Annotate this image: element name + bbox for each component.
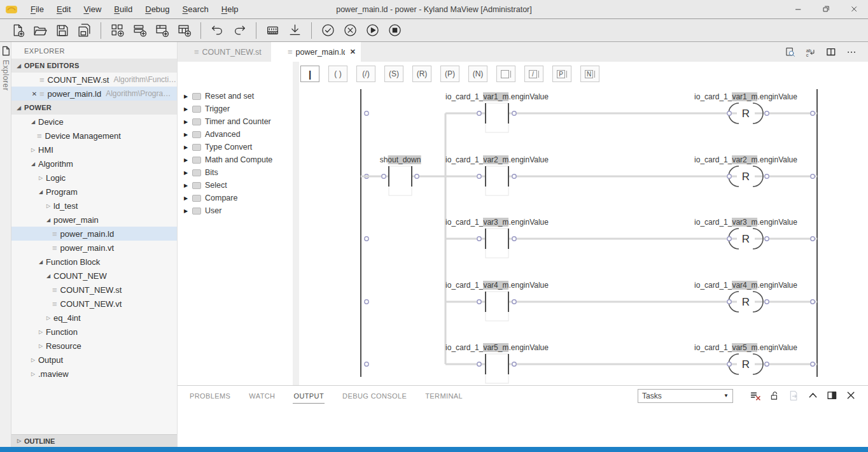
connection-point[interactable] [477,237,481,241]
ladder-tool-p[interactable]: P [552,66,571,82]
toolbox-item-math-and-compute[interactable]: ▶Math and Compute [178,153,293,166]
panel-tab-terminal[interactable]: TERMINAL [424,388,463,403]
chevron-expanded-icon[interactable]: ◢ [28,161,38,167]
toolbox-item-select[interactable]: ▶Select [178,179,293,192]
connection-point[interactable] [365,300,368,304]
tree-item-function-block[interactable]: ◢Function Block [11,255,177,269]
chevron-expanded-icon[interactable]: ◢ [43,217,53,223]
chevron-collapsed-icon[interactable]: ▷ [36,175,46,181]
chevron-collapsed-icon[interactable]: ▷ [36,343,46,349]
connection-point[interactable] [512,237,516,241]
tree-item-power-main-vt[interactable]: ≡power_main.vt [11,241,177,255]
tree-item-hmi[interactable]: ▷HMI [11,143,177,157]
connection-point[interactable] [811,300,815,304]
menu-file[interactable]: File [24,2,50,17]
clear-output-button[interactable] [746,390,765,402]
cancel-circle-button[interactable] [339,21,361,40]
connection-point[interactable] [365,362,368,366]
connection-point[interactable] [512,362,516,366]
connection-point[interactable] [727,237,731,241]
ladder-tool-()[interactable]: ( ) [328,66,347,82]
close-icon[interactable]: ✕ [350,48,356,56]
toggle-panel-layout-button[interactable] [822,390,841,402]
ladder-tool-box[interactable] [496,66,515,82]
panel-tab-debug-console[interactable]: DEBUG CONSOLE [342,388,407,403]
ladder-tool-(p)[interactable]: (P) [440,66,459,82]
activity-bar-label[interactable]: Explorer [1,60,10,91]
rename-symbol-button[interactable]: abc [801,42,821,62]
tree-item-count-new[interactable]: ◢COUNT_NEW [11,269,177,283]
chevron-expanded-icon[interactable]: ◢ [36,259,46,265]
tree-item-power-main[interactable]: ◢power_main [11,213,177,227]
explorer-file-icon[interactable] [1,46,10,56]
connection-point[interactable] [477,362,481,366]
run-circle-button[interactable] [361,21,384,40]
panel-tab-problems[interactable]: PROBLEMS [189,388,231,403]
download-button[interactable] [284,21,306,40]
chevron-collapsed-icon[interactable]: ▷ [36,329,46,335]
ladder-tool-n[interactable]: N [580,66,599,82]
connection-point[interactable] [727,174,731,178]
add-function-button[interactable] [151,21,173,40]
project-header[interactable]: ◢ POWER [11,101,177,115]
connection-point[interactable] [512,174,516,178]
connection-point[interactable] [415,174,419,178]
tab-count-new-st[interactable]: ≡COUNT_NEW.st [178,42,267,62]
connection-point[interactable] [477,300,481,304]
close-button[interactable] [840,0,868,18]
ladder-tool-(s)[interactable]: (S) [384,66,403,82]
chevron-expanded-icon[interactable]: ◢ [28,119,38,125]
tree-item-output[interactable]: ▷Output [11,353,177,367]
tree-item-count-new-st[interactable]: ≡COUNT_NEW.st [11,283,177,297]
connection-point[interactable] [477,111,481,115]
toolbox-item-advanced[interactable]: ▶Advanced [178,128,293,141]
chevron-right-icon[interactable]: ▶ [184,208,192,214]
connection-point[interactable] [512,300,516,304]
chevron-expanded-icon[interactable]: ◢ [36,189,46,195]
connection-point[interactable] [765,111,769,115]
connection-point[interactable] [365,111,368,115]
outline-header[interactable]: ▷ OUTLINE [11,434,177,447]
restore-button[interactable] [812,0,840,18]
menu-search[interactable]: Search [176,2,215,17]
chevron-right-icon[interactable]: ▶ [184,195,192,201]
ladder-tool-(n)[interactable]: (N) [468,66,487,82]
panel-tab-watch[interactable]: WATCH [248,388,276,403]
tree-item-eq-4int[interactable]: ▷eq_4int [11,311,177,325]
redo-button[interactable] [228,21,251,40]
chevron-right-icon[interactable]: ▶ [184,157,192,163]
chevron-expanded-icon[interactable]: ◢ [43,273,53,279]
close-panel-button[interactable] [841,390,860,402]
ladder-tool-|[interactable]: | [300,66,319,82]
connection-point[interactable] [765,300,769,304]
chevron-right-icon[interactable]: ▶ [184,106,192,112]
tree-item-device[interactable]: ◢Device [11,115,177,129]
chevron-right-icon[interactable]: ▶ [184,94,192,99]
tree-item-device-management[interactable]: ≡Device Management [11,129,177,143]
chevron-right-icon[interactable]: ▶ [184,119,192,125]
export-disabled-button[interactable] [784,390,803,402]
chevron-right-icon[interactable]: ▶ [184,183,192,188]
tree-item-program[interactable]: ◢Program [11,185,177,199]
unlock-button[interactable] [765,390,784,402]
tree-item-logic[interactable]: ▷Logic [11,171,177,185]
open-folder-button[interactable] [29,21,51,40]
toolbox-item-compare[interactable]: ▶Compare [178,192,293,204]
chevron-collapsed-icon[interactable]: ▷ [28,147,38,153]
chevron-right-icon[interactable]: ▶ [184,170,192,176]
toolbox-scrollbar[interactable] [293,62,299,385]
tree-item-resource[interactable]: ▷Resource [11,339,177,353]
tree-item-power-main-ld[interactable]: ≡power_main.ld [11,227,177,241]
ladder-tool-(r)[interactable]: (R) [412,66,431,82]
tree-item-function[interactable]: ▷Function [11,325,177,339]
connection-point[interactable] [811,362,815,366]
add-program-button[interactable] [129,21,151,40]
connection-point[interactable] [765,237,769,241]
connection-point[interactable] [811,237,815,241]
undo-button[interactable] [206,21,228,40]
open-editors-header[interactable]: ◢ OPEN EDITORS [11,59,177,73]
menu-help[interactable]: Help [215,2,245,17]
stop-circle-button[interactable] [384,21,406,40]
toolbox-item-bits[interactable]: ▶Bits [178,166,293,179]
toolbox-item-trigger[interactable]: ▶Trigger [178,102,293,115]
